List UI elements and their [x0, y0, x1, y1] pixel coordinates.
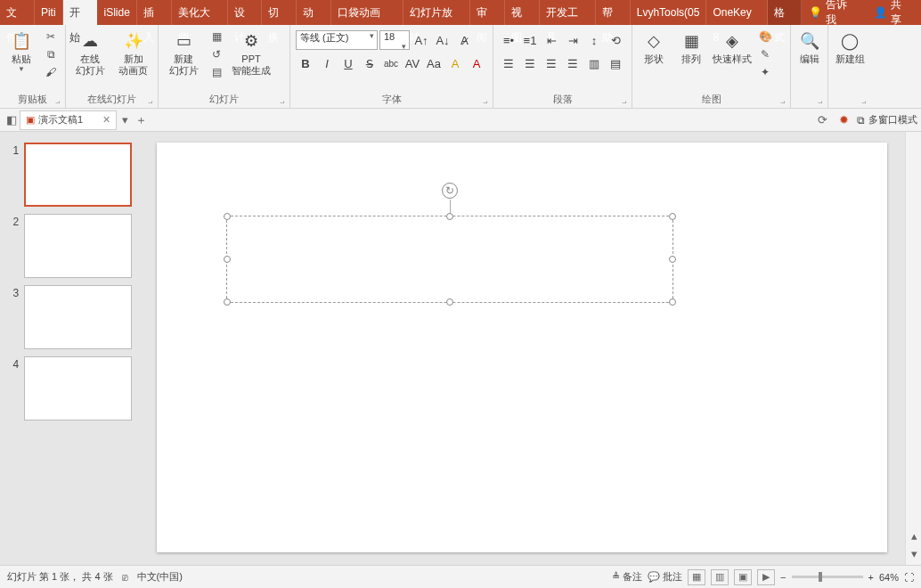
sorter-view-button[interactable]: ▥: [711, 569, 729, 585]
change-case-button[interactable]: Aa: [424, 53, 444, 73]
resize-handle-s[interactable]: [446, 298, 453, 306]
format-painter-button[interactable]: 🖌: [43, 64, 59, 80]
text-direction-button[interactable]: ⟲: [606, 30, 625, 50]
tab-format[interactable]: 格式: [768, 0, 803, 25]
zoom-thumb[interactable]: [819, 572, 822, 582]
tab-beauty[interactable]: 美化大师: [172, 0, 228, 25]
align-right-button[interactable]: ☰: [542, 53, 561, 73]
tab-piti[interactable]: Piti: [35, 0, 63, 25]
thumbnail[interactable]: [24, 143, 132, 207]
tab-design[interactable]: 设计: [228, 0, 263, 25]
italic-button[interactable]: I: [317, 53, 337, 73]
tab-view[interactable]: 视图: [505, 0, 540, 25]
shape-outline-button[interactable]: ✎: [757, 46, 773, 62]
layout-button[interactable]: ▦: [208, 29, 224, 45]
resize-handle-sw[interactable]: [224, 298, 231, 306]
tab-transition[interactable]: 切换: [262, 0, 297, 25]
increase-font-button[interactable]: A↑: [412, 30, 431, 50]
new-group-button[interactable]: ◯ 新建组: [832, 27, 868, 69]
new-slide-button[interactable]: ▭ 新建 幻灯片: [162, 27, 205, 80]
char-spacing-button[interactable]: AV: [403, 53, 422, 73]
dec-indent-button[interactable]: ⇤: [542, 30, 561, 50]
underline-button[interactable]: U: [338, 53, 358, 73]
rotate-handle[interactable]: ↻: [442, 183, 458, 199]
strikethrough-button[interactable]: S̶: [360, 53, 379, 73]
tab-onekey[interactable]: OneKey 8: [706, 0, 767, 25]
columns-button[interactable]: ▥: [584, 53, 604, 73]
normal-view-button[interactable]: ▦: [688, 569, 705, 585]
align-left-button[interactable]: ☰: [499, 53, 518, 73]
section-button[interactable]: ▤: [208, 64, 224, 80]
settings-icon[interactable]: ✹: [835, 112, 852, 128]
thumbnail[interactable]: [24, 214, 132, 278]
comments-button[interactable]: 💬 批注: [648, 570, 682, 584]
shape-fill-button[interactable]: 🎨: [757, 29, 773, 45]
arrange-button[interactable]: ▦ 排列: [673, 27, 709, 69]
line-spacing-button[interactable]: ↕: [584, 30, 604, 50]
reading-view-button[interactable]: ▣: [734, 569, 752, 585]
numbering-button[interactable]: ≡1: [520, 30, 540, 50]
tab-home[interactable]: 开始: [63, 0, 98, 25]
font-size-select[interactable]: 18: [379, 30, 410, 50]
refresh-icon[interactable]: ⟳: [814, 112, 830, 128]
thumbnail-row[interactable]: 3: [0, 282, 139, 353]
resize-handle-ne[interactable]: [669, 213, 676, 220]
thumbnail-row[interactable]: 2: [0, 210, 139, 282]
tab-insert[interactable]: 插入: [137, 0, 172, 25]
tab-animation[interactable]: 动画: [297, 0, 331, 25]
shapes-button[interactable]: ◇ 形状: [636, 27, 672, 69]
next-slide-icon[interactable]: ▾: [906, 545, 921, 561]
thumbnail[interactable]: [24, 285, 132, 349]
reset-button[interactable]: ↺: [208, 46, 224, 62]
tab-slideshow[interactable]: 幻灯片放映: [403, 0, 470, 25]
share-button[interactable]: 👤 共享: [865, 0, 921, 28]
quick-styles-button[interactable]: ◈ 快速样式: [711, 27, 754, 69]
tab-islide[interactable]: iSlide: [97, 0, 136, 25]
text-box-selection[interactable]: ↻: [226, 216, 673, 303]
paste-button[interactable]: 📋 粘贴 ▼: [4, 27, 39, 77]
tab-developer[interactable]: 开发工具: [540, 0, 596, 25]
language-label[interactable]: 中文(中国): [137, 570, 183, 584]
align-center-button[interactable]: ☰: [520, 53, 540, 73]
resize-handle-nw[interactable]: [224, 213, 231, 220]
zoom-out-button[interactable]: −: [780, 572, 786, 583]
new-anim-page-button[interactable]: ✨ 新加 动画页: [113, 27, 155, 80]
fit-window-button[interactable]: ⛶: [904, 572, 914, 583]
decrease-font-button[interactable]: A↓: [433, 30, 452, 50]
font-name-select[interactable]: 等线 (正文): [296, 30, 378, 50]
thumbnail-row[interactable]: 1: [0, 139, 139, 210]
tab-menu-icon[interactable]: ▾: [117, 112, 133, 128]
bullets-button[interactable]: ≡•: [499, 30, 518, 50]
smartart-button[interactable]: ▤: [606, 53, 625, 73]
slide[interactable]: ↻: [157, 143, 887, 552]
slide-canvas[interactable]: ↻: [139, 132, 905, 565]
tab-help[interactable]: 帮助: [596, 0, 631, 25]
ppt-ai-button[interactable]: ⚙ PPT 智能生成: [228, 27, 274, 80]
zoom-level[interactable]: 64%: [879, 572, 899, 583]
shape-effects-button[interactable]: ✦: [757, 64, 773, 80]
multi-window-button[interactable]: ⧉ 多窗口模式: [857, 113, 917, 127]
slideshow-view-button[interactable]: ▶: [757, 569, 775, 585]
notes-button[interactable]: ≜ 备注: [612, 570, 642, 584]
inc-indent-button[interactable]: ⇥: [563, 30, 583, 50]
document-tab[interactable]: ▣ 演示文稿1 ✕: [20, 110, 117, 130]
tell-me[interactable]: 💡 告诉我: [802, 0, 865, 28]
clear-format-button[interactable]: A̷: [454, 30, 474, 50]
tab-lvyhtools[interactable]: LvyhTools(05: [631, 0, 707, 25]
resize-handle-e[interactable]: [669, 256, 676, 263]
edit-button[interactable]: 🔍 编辑: [795, 27, 824, 69]
spellcheck-icon[interactable]: ⎚: [122, 572, 128, 583]
resize-handle-se[interactable]: [669, 298, 676, 306]
justify-button[interactable]: ☰: [563, 53, 583, 73]
zoom-slider[interactable]: [792, 576, 863, 578]
prev-slide-icon[interactable]: ▴: [906, 527, 921, 543]
shadow-button[interactable]: abc: [381, 53, 401, 73]
font-color-button[interactable]: A: [467, 53, 486, 73]
cut-button[interactable]: ✂: [43, 29, 59, 45]
online-slide-button[interactable]: ☁ 在线 幻灯片: [69, 27, 111, 80]
tab-pocket-anim[interactable]: 口袋动画 PA: [331, 0, 403, 25]
vertical-scrollbar[interactable]: ▴ ▾: [905, 132, 921, 565]
highlight-button[interactable]: A: [445, 53, 465, 73]
nav-back-icon[interactable]: ◧: [4, 112, 20, 128]
resize-handle-n[interactable]: [446, 213, 453, 220]
